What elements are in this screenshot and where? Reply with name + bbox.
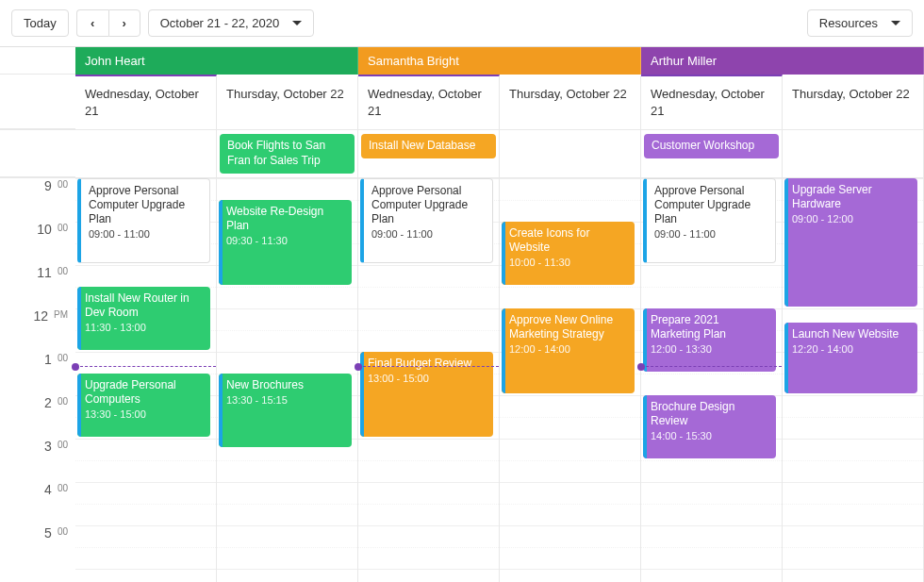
calendar-event[interactable]: Launch New Website12:20 - 14:00 xyxy=(784,323,917,393)
calendar-event[interactable]: Create Icons for Website10:00 - 11:30 xyxy=(502,222,635,285)
hour-label: 12PM xyxy=(0,308,75,352)
event-title: Website Re-Design Plan xyxy=(226,205,346,233)
event-bar xyxy=(784,323,788,393)
day-header[interactable]: Wednesday, October 21 xyxy=(75,75,217,129)
event-time: 12:00 - 14:00 xyxy=(509,343,629,357)
event-title: Upgrade Personal Computers xyxy=(85,378,205,407)
gutter-spacer xyxy=(0,130,75,176)
calendar-event[interactable]: Approve Personal Computer Upgrade Plan09… xyxy=(77,178,210,263)
event-title: Approve New Online Marketing Strategy xyxy=(509,313,629,341)
day-header[interactable]: Thursday, October 22 xyxy=(783,75,924,129)
allday-cell[interactable]: Book Flights to San Fran for Sales Trip xyxy=(217,130,358,176)
day-header[interactable]: Thursday, October 22 xyxy=(500,75,641,129)
event-time: 13:30 - 15:15 xyxy=(226,394,346,407)
calendar-event[interactable]: Upgrade Personal Computers13:30 - 15:00 xyxy=(77,374,210,437)
now-indicator xyxy=(75,366,216,367)
calendar-event[interactable]: New Brochures13:30 - 15:15 xyxy=(219,374,352,448)
next-button[interactable]: › xyxy=(108,9,140,37)
event-title: Create Icons for Website xyxy=(509,226,629,255)
allday-event[interactable]: Install New Database xyxy=(361,134,496,158)
event-title: Approve Personal Computer Upgrade Plan xyxy=(89,184,204,226)
hour-label: 300 xyxy=(0,439,75,482)
now-indicator-dot xyxy=(637,363,645,371)
day-column[interactable]: Approve Personal Computer Upgrade Plan09… xyxy=(641,178,783,582)
calendar-event[interactable]: Prepare 2021 Marketing Plan12:00 - 13:30 xyxy=(643,308,776,372)
event-bar xyxy=(77,287,81,350)
scheduler: John HeartSamantha BrightArthur Miller W… xyxy=(0,47,924,582)
event-time: 12:00 - 13:30 xyxy=(651,343,770,357)
allday-cell[interactable] xyxy=(500,130,641,176)
event-bar xyxy=(643,308,647,372)
now-indicator xyxy=(358,366,499,367)
chevron-right-icon: › xyxy=(123,16,126,30)
time-gutter: 9001000110012PM100200300400500 xyxy=(0,178,75,582)
calendar-event[interactable]: Final Budget Review13:00 - 15:00 xyxy=(360,352,493,437)
event-time: 09:00 - 11:00 xyxy=(89,228,204,241)
allday-cell[interactable] xyxy=(75,130,217,176)
event-bar xyxy=(219,374,223,448)
day-column[interactable]: Approve Personal Computer Upgrade Plan09… xyxy=(75,178,217,582)
allday-event[interactable]: Book Flights to San Fran for Sales Trip xyxy=(220,134,355,173)
event-title: Final Budget Review xyxy=(368,357,487,371)
day-header[interactable]: Thursday, October 22 xyxy=(217,75,358,129)
event-time: 13:30 - 15:00 xyxy=(85,408,205,422)
resource-header: John Heart xyxy=(75,47,358,75)
calendar-event[interactable]: Website Re-Design Plan09:30 - 11:30 xyxy=(219,200,352,285)
event-time: 13:00 - 15:00 xyxy=(368,373,487,386)
toolbar: Today ‹ › October 21 - 22, 2020 Resource… xyxy=(0,0,924,47)
now-indicator-dot xyxy=(355,363,362,371)
days-header-row: Wednesday, October 21Thursday, October 2… xyxy=(0,75,924,130)
date-range-label: October 21 - 22, 2020 xyxy=(160,16,279,30)
gutter-spacer xyxy=(0,75,75,129)
resource-header: Samantha Bright xyxy=(358,47,641,75)
hour-label: 900 xyxy=(0,178,75,222)
hour-label: 400 xyxy=(0,482,75,525)
event-time: 12:20 - 14:00 xyxy=(792,343,912,357)
calendar-event[interactable]: Approve Personal Computer Upgrade Plan09… xyxy=(360,178,493,263)
calendar-event[interactable]: Approve Personal Computer Upgrade Plan09… xyxy=(643,178,776,263)
calendar-event[interactable]: Approve New Online Marketing Strategy12:… xyxy=(502,308,635,393)
day-column[interactable]: Approve Personal Computer Upgrade Plan09… xyxy=(358,178,500,582)
day-column[interactable]: Website Re-Design Plan09:30 - 11:30New B… xyxy=(217,178,358,582)
event-time: 14:00 - 15:30 xyxy=(651,430,770,443)
now-indicator xyxy=(641,366,782,367)
today-button[interactable]: Today xyxy=(11,9,69,37)
event-time: 09:00 - 11:00 xyxy=(371,228,487,241)
day-header[interactable]: Wednesday, October 21 xyxy=(358,75,500,129)
grid-body: 9001000110012PM100200300400500 Approve P… xyxy=(0,178,924,582)
calendar-event[interactable]: Upgrade Server Hardware09:00 - 12:00 xyxy=(784,178,917,307)
allday-cell[interactable]: Customer Workshop xyxy=(641,130,783,176)
event-title: New Brochures xyxy=(226,378,346,392)
event-title: Brochure Design Review xyxy=(651,400,770,428)
event-title: Prepare 2021 Marketing Plan xyxy=(651,313,770,341)
prev-button[interactable]: ‹ xyxy=(76,9,108,37)
event-bar xyxy=(77,374,81,437)
day-header[interactable]: Wednesday, October 21 xyxy=(641,75,783,129)
allday-event[interactable]: Customer Workshop xyxy=(644,134,779,158)
event-bar xyxy=(219,200,223,285)
event-time: 10:00 - 11:30 xyxy=(509,257,629,270)
event-title: Launch New Website xyxy=(792,327,912,341)
resources-label: Resources xyxy=(819,16,878,30)
event-time: 09:00 - 11:00 xyxy=(654,228,769,241)
event-title: Upgrade Server Hardware xyxy=(792,183,912,211)
event-time: 09:30 - 11:30 xyxy=(226,235,346,248)
event-bar xyxy=(502,308,505,393)
date-range-selector[interactable]: October 21 - 22, 2020 xyxy=(148,9,314,37)
day-column[interactable]: Upgrade Server Hardware09:00 - 12:00Laun… xyxy=(783,178,924,582)
hour-label: 1100 xyxy=(0,265,75,308)
event-title: Approve Personal Computer Upgrade Plan xyxy=(654,184,769,226)
hour-label: 1000 xyxy=(0,222,75,265)
event-time: 11:30 - 13:00 xyxy=(85,322,205,335)
allday-cell[interactable] xyxy=(783,130,924,176)
calendar-event[interactable]: Brochure Design Review14:00 - 15:30 xyxy=(643,395,776,458)
day-column[interactable]: Create Icons for Website10:00 - 11:30App… xyxy=(500,178,641,582)
event-bar xyxy=(784,178,788,307)
event-bar xyxy=(643,395,647,458)
allday-row: Book Flights to San Fran for Sales TripI… xyxy=(0,130,924,177)
calendar-event[interactable]: Install New Router in Dev Room11:30 - 13… xyxy=(77,287,210,350)
chevron-left-icon: ‹ xyxy=(91,16,94,30)
allday-cell[interactable]: Install New Database xyxy=(358,130,500,176)
resources-button[interactable]: Resources xyxy=(807,9,913,37)
resource-header-row: John HeartSamantha BrightArthur Miller xyxy=(0,47,924,75)
